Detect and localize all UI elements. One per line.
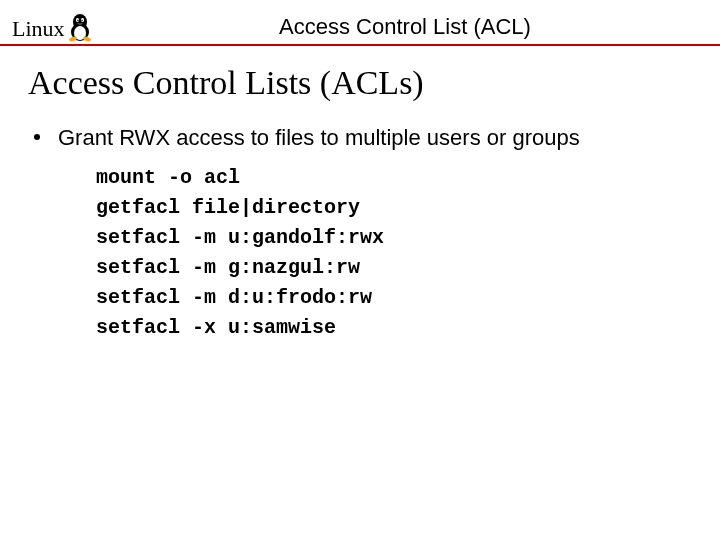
header-title: Access Control List (ACL)	[10, 14, 710, 44]
slide-content: Access Control Lists (ACLs) Grant RWX ac…	[0, 46, 720, 343]
code-block: mount -o acl getfacl file|directory setf…	[96, 163, 692, 343]
svg-point-6	[81, 19, 82, 21]
code-line: setfacl -m g:nazgul:rw	[96, 256, 360, 279]
tux-penguin-icon	[67, 12, 93, 42]
linux-logo-text: Linux	[12, 16, 65, 42]
code-line: setfacl -m u:gandolf:rwx	[96, 226, 384, 249]
logo-area: Linux	[12, 12, 93, 42]
code-line: setfacl -m d:u:frodo:rw	[96, 286, 372, 309]
code-line: mount -o acl	[96, 166, 240, 189]
bullet-item: Grant RWX access to files to multiple us…	[28, 124, 692, 153]
slide-title: Access Control Lists (ACLs)	[28, 64, 692, 102]
code-line: setfacl -x u:samwise	[96, 316, 336, 339]
code-line: getfacl file|directory	[96, 196, 360, 219]
bullet-text: Grant RWX access to files to multiple us…	[58, 124, 580, 153]
bullet-dot-icon	[34, 134, 40, 140]
svg-point-5	[77, 19, 78, 21]
slide-header: Linux Access Control List (ACL)	[0, 0, 720, 44]
